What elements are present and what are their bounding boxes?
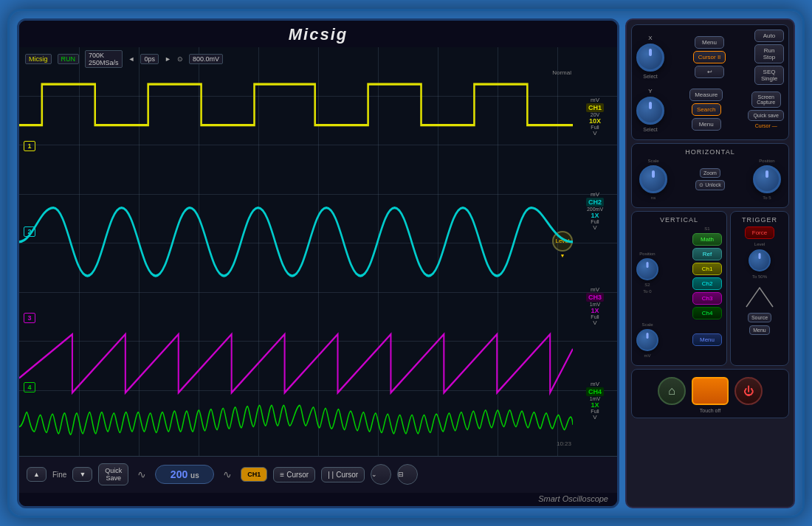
ch1-select-button[interactable]: CH1 bbox=[241, 467, 267, 482]
trigger-title: Trigger bbox=[735, 216, 784, 224]
wave-icon-right: ∿ bbox=[223, 468, 232, 480]
to5-label: To 5 bbox=[763, 195, 771, 200]
xy-knob-row: X Select Menu Cursor II ↩ Auto RunStop S… bbox=[636, 30, 784, 85]
ch2-voltage: 200mV bbox=[587, 207, 603, 212]
timebase-badge: 700K250MSa/s bbox=[85, 50, 123, 68]
bottom-buttons-section: ⌂ ⏻ Touch off bbox=[631, 369, 789, 418]
oscilloscope-frame: Micsig Micsig RUN 700K250MSa/s ◄ 0ps ► ⊙… bbox=[7, 9, 805, 518]
vert-menu-button[interactable]: Menu bbox=[692, 333, 722, 346]
x-select-label: Select bbox=[643, 74, 657, 79]
unlock-button[interactable]: ⊙ Unlock bbox=[695, 180, 724, 190]
brand-title: Micsig bbox=[289, 25, 348, 44]
subtitle: Smart Oscilloscope bbox=[538, 494, 608, 503]
trig-level-knob[interactable] bbox=[749, 249, 771, 271]
y-knob-col: Y Select bbox=[636, 88, 664, 132]
vert-buttons-col: S1 Math Ref Ch1 Ch2 Ch3 Ch4 bbox=[692, 226, 722, 319]
cursor2-button[interactable]: | | Cursor bbox=[321, 467, 365, 482]
control-panel: X Select Menu Cursor II ↩ Auto RunStop S… bbox=[625, 18, 795, 508]
horizontal-knobs-row: Scale ns Zoom ⊙ Unlock Position To 5 bbox=[636, 159, 784, 200]
ref-button[interactable]: Ref bbox=[692, 248, 722, 260]
ch1-coupling: Full bbox=[591, 125, 599, 130]
quick-save-button[interactable]: QuickSave bbox=[98, 463, 128, 485]
brand-badge: Micsig bbox=[25, 54, 52, 64]
undo-button[interactable]: ↩ bbox=[695, 66, 724, 78]
menu-down-button[interactable]: ⌄ bbox=[371, 464, 391, 485]
v-position-knob[interactable] bbox=[636, 258, 658, 280]
h-scale-knob[interactable] bbox=[639, 165, 667, 193]
ch1-label: mV CH1 20V 10X Full V bbox=[573, 97, 617, 136]
menu-button[interactable]: Menu bbox=[695, 36, 724, 49]
bottom-toolbar: ▲ Fine ▼ QuickSave ∿ 200 us ∿ CH1 ≡ Curs… bbox=[19, 456, 617, 493]
vert-trig-row: Vertical Position S2 To 0 S1 Math Ref Ch… bbox=[631, 211, 789, 366]
right-buttons-col: Auto RunStop SEQSingle bbox=[754, 30, 784, 85]
ch3-mult: 1X bbox=[591, 307, 599, 314]
home-button[interactable]: ⌂ bbox=[658, 377, 686, 405]
seq-single-button[interactable]: SEQSingle bbox=[754, 66, 784, 85]
info-bar: Micsig RUN 700K250MSa/s ◄ 0ps ► ⊙ 800.0m… bbox=[25, 50, 611, 68]
cursor2-label: Cursor bbox=[336, 471, 358, 479]
bottom-buttons-row: ⌂ ⏻ bbox=[636, 374, 784, 408]
quick-save-ctrl-button[interactable]: Quick save bbox=[748, 110, 784, 121]
ch3-name: CH3 bbox=[586, 293, 604, 302]
run-stop-button[interactable]: RunStop bbox=[754, 44, 784, 63]
horizontal-title: Horizontal bbox=[636, 148, 784, 156]
top-control-section: X Select Menu Cursor II ↩ Auto RunStop S… bbox=[631, 24, 789, 140]
ch2-mult: 1X bbox=[591, 212, 599, 219]
waveform-display: Micsig RUN 700K250MSa/s ◄ 0ps ► ⊙ 800.0m… bbox=[19, 47, 617, 456]
scale-label: Scale bbox=[647, 159, 658, 163]
force-button[interactable]: Force bbox=[745, 226, 774, 239]
measure-button[interactable]: Measure bbox=[689, 89, 723, 101]
zoom-button[interactable]: Zoom bbox=[700, 168, 720, 178]
fine-down-button[interactable]: ▼ bbox=[72, 467, 92, 482]
vert-menu-col: Menu bbox=[692, 333, 722, 346]
run-status: RUN bbox=[58, 54, 80, 64]
auto-button[interactable]: Auto bbox=[754, 30, 784, 42]
math-button[interactable]: Math bbox=[692, 233, 722, 246]
ch1-button[interactable]: Ch1 bbox=[692, 263, 722, 275]
ns-label: ns bbox=[651, 195, 656, 200]
power-button[interactable]: ⏻ bbox=[734, 377, 763, 405]
screen-capture-button[interactable]: ScreenCapture bbox=[751, 91, 781, 108]
s2-label: S2 bbox=[644, 283, 650, 287]
to50-label: To 50% bbox=[752, 274, 767, 279]
y-knob[interactable] bbox=[636, 97, 664, 125]
source-button[interactable]: Source bbox=[748, 313, 771, 322]
cursor1-label: Cursor bbox=[286, 471, 309, 479]
cursor-ii-button[interactable]: Cursor II bbox=[693, 51, 726, 63]
ch4-mult: 1X bbox=[591, 401, 599, 409]
v-scale-knob[interactable] bbox=[636, 329, 658, 351]
search-button[interactable]: Search bbox=[692, 103, 721, 116]
x-knob-col: X Select bbox=[636, 35, 664, 79]
touch-off-label: Touch off bbox=[636, 408, 784, 413]
time-unit: us bbox=[190, 471, 199, 480]
level-label: Level bbox=[754, 242, 765, 246]
vertical-title: Vertical bbox=[636, 216, 722, 224]
ch4-button[interactable]: Ch4 bbox=[692, 307, 722, 319]
ch2-label: mV CH2 200mV 1X Full V bbox=[573, 191, 617, 231]
trigger-col: Force Level To 50% Source Menu bbox=[735, 226, 784, 335]
ch1-name: CH1 bbox=[586, 103, 604, 112]
measure-col: Measure Search Menu bbox=[667, 89, 745, 131]
trig-menu-button[interactable]: Menu bbox=[749, 325, 770, 335]
h-position-knob[interactable] bbox=[753, 165, 781, 193]
cursor1-button[interactable]: ≡ Cursor bbox=[273, 467, 315, 482]
x-knob[interactable] bbox=[636, 44, 664, 72]
cursor-eq-label: Cursor — bbox=[755, 123, 777, 128]
ch2-button[interactable]: Ch2 bbox=[692, 277, 722, 290]
ch3-label: mV CH3 1mV 1X Full V bbox=[573, 286, 617, 326]
arrow-left: ◄ bbox=[128, 55, 135, 63]
fine-label: Fine bbox=[52, 471, 66, 479]
ch1-mult: 10X bbox=[589, 117, 601, 125]
ch4-label: mV CH4 1mV 1X Full V bbox=[573, 381, 617, 421]
channel-labels: mV CH1 20V 10X Full V mV CH2 200mV 1X Fu… bbox=[573, 47, 617, 456]
orange-button[interactable] bbox=[692, 377, 729, 405]
v-scale-col: Scale mV bbox=[636, 322, 658, 358]
ch2-coupling: Full bbox=[591, 219, 599, 224]
time-pos: 0ps bbox=[140, 54, 159, 64]
menu-buttons-col: Menu Cursor II ↩ bbox=[667, 36, 751, 78]
cursor-menu-button[interactable]: Menu bbox=[692, 118, 721, 131]
fine-up-button[interactable]: ▲ bbox=[27, 467, 47, 482]
settings-button[interactable]: ⊟ bbox=[397, 464, 418, 485]
ch3-button[interactable]: Ch3 bbox=[692, 292, 722, 305]
mv-label: mV bbox=[644, 353, 651, 358]
